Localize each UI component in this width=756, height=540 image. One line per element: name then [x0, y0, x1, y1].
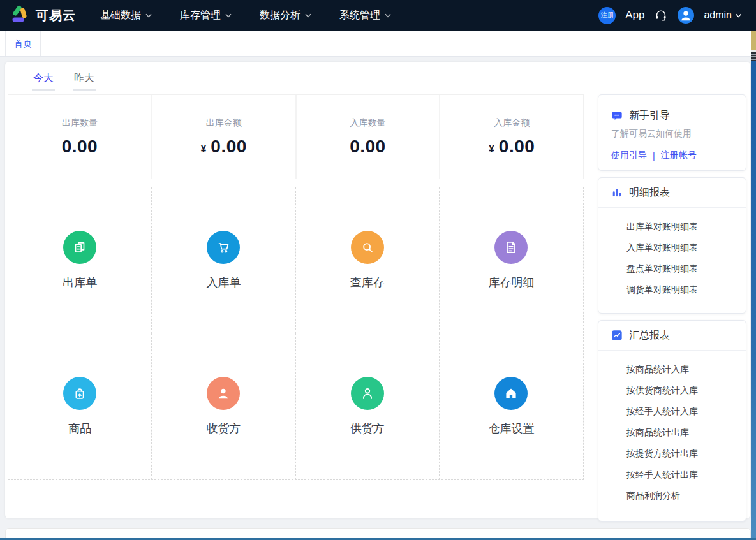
report-link-inbound-by-supplier[interactable]: 按供货商统计入库	[626, 380, 746, 401]
shortcut-label: 供货方	[350, 421, 385, 436]
stat-inbound-amount: 入库金额 ¥ 0.00	[440, 95, 583, 179]
menu-base-data[interactable]: 基础数据	[86, 0, 166, 31]
main-menu: 基础数据 库存管理 数据分析 系统管理	[86, 0, 405, 31]
user-avatar[interactable]	[678, 7, 694, 24]
stat-cards: 出库数量 0.00 出库金额 ¥ 0.00 入库数量 0.00	[8, 94, 584, 179]
report-link-outbound-by-receiver[interactable]: 按提货方统计出库	[626, 443, 746, 464]
inbound-order-cart-icon	[207, 231, 240, 264]
stat-value: 0.00	[350, 136, 386, 157]
menu-data-analysis[interactable]: 数据分析	[246, 0, 325, 31]
shortcut-label: 出库单	[63, 275, 97, 290]
shortcut-suppliers[interactable]: 供货方	[296, 333, 440, 479]
stat-outbound-qty: 出库数量 0.00	[8, 95, 152, 179]
shortcut-products[interactable]: 商品	[8, 333, 152, 479]
top-navbar: 可易云 基础数据 库存管理 数据分析 系统管理	[0, 0, 756, 31]
menu-system-management[interactable]: 系统管理	[325, 0, 405, 31]
tab-home[interactable]: 首页	[5, 31, 41, 56]
currency-symbol: ¥	[200, 143, 206, 155]
shortcut-stock-detail[interactable]: 库存明细	[440, 187, 583, 333]
page-scrollbar[interactable]	[751, 31, 756, 538]
shortcut-warehouse-settings[interactable]: 仓库设置	[440, 333, 583, 479]
register-badge[interactable]: 注册	[598, 7, 616, 24]
report-link-transfer-detail[interactable]: 调货单对账明细表	[626, 279, 746, 300]
shortcut-label: 商品	[68, 421, 91, 436]
report-link-product-profit-analysis[interactable]: 商品利润分析	[626, 485, 746, 506]
warehouse-home-icon	[494, 377, 528, 410]
stat-label: 出库金额	[206, 117, 242, 129]
product-bag-upload-icon	[63, 377, 96, 410]
report-link-outbound-by-product[interactable]: 按商品统计出库	[626, 422, 746, 443]
stat-label: 出库数量	[62, 117, 98, 129]
stock-detail-document-icon	[494, 231, 528, 264]
report-link-inbound-by-product[interactable]: 按商品统计入库	[626, 359, 746, 380]
shortcut-outbound-order[interactable]: 出库单	[8, 187, 152, 333]
report-link-inbound-detail[interactable]: 入库单对账明细表	[626, 237, 746, 258]
scrollbar-grip	[751, 52, 756, 61]
stat-value: 0.00	[499, 136, 535, 157]
scrollbar-thumb[interactable]	[751, 61, 756, 538]
report-link-outbound-detail[interactable]: 出库单对账明细表	[626, 216, 746, 237]
receiver-person-icon	[207, 377, 240, 410]
newbie-guide-panel: 新手引导 了解可易云如何使用 使用引导 | 注册帐号	[598, 94, 746, 171]
shortcut-label: 收货方	[206, 421, 241, 436]
shortcut-label: 入库单	[206, 275, 241, 290]
scrollbar-marker	[751, 31, 756, 50]
supplier-person-icon	[351, 377, 384, 410]
trend-chart-icon	[611, 330, 623, 341]
register-account-link[interactable]: 注册帐号	[661, 150, 697, 161]
menu-label: 数据分析	[260, 9, 300, 22]
menu-label: 库存管理	[180, 9, 221, 22]
navbar-left: 可易云 基础数据 库存管理 数据分析 系统管理	[0, 0, 405, 31]
menu-label: 基础数据	[100, 9, 141, 22]
tab-yesterday[interactable]: 昨天	[73, 71, 96, 91]
shortcut-grid: 出库单 入库单 查	[8, 187, 584, 480]
shortcut-label: 仓库设置	[488, 421, 534, 436]
tab-today[interactable]: 今天	[32, 71, 55, 91]
date-range-tabs: 今天 昨天	[32, 71, 96, 91]
menu-label: 系统管理	[339, 9, 380, 22]
guide-subtitle: 了解可易云如何使用	[611, 128, 733, 140]
shortcut-label: 库存明细	[488, 275, 534, 290]
usage-guide-link[interactable]: 使用引导	[611, 150, 647, 161]
currency-symbol: ¥	[489, 143, 494, 155]
headset-support-icon[interactable]	[654, 8, 668, 22]
navbar-right: 注册 App admin	[598, 7, 742, 24]
chat-bubble-icon	[611, 110, 623, 122]
app-screen: 可易云 基础数据 库存管理 数据分析 系统管理	[0, 0, 756, 540]
report-link-inbound-by-handler[interactable]: 按经手人统计入库	[626, 401, 746, 422]
footer-strip	[5, 528, 751, 538]
summary-reports-title: 汇总报表	[629, 329, 670, 342]
detail-reports-title: 明细报表	[629, 186, 670, 200]
stat-label: 入库数量	[350, 117, 385, 129]
outbound-order-copy-icon	[63, 231, 96, 264]
guide-title: 新手引导	[629, 109, 670, 122]
main-panel: 今天 昨天 出库数量 0.00 出库金额 ¥ 0.00 入库数量	[5, 62, 750, 518]
report-link-stocktake-detail[interactable]: 盘点单对账明细表	[626, 258, 746, 279]
chevron-down-icon	[305, 13, 311, 18]
user-menu[interactable]: admin	[704, 10, 742, 21]
stat-value: 0.00	[62, 136, 98, 157]
page-tabbar: 首页	[0, 31, 756, 57]
menu-stock-management[interactable]: 库存管理	[166, 0, 246, 31]
detail-reports-panel: 明细报表 出库单对账明细表 入库单对账明细表 盘点单对账明细表 调货单对账明细表	[598, 177, 746, 314]
shortcut-check-stock[interactable]: 查库存	[296, 187, 440, 333]
link-divider: |	[653, 150, 655, 161]
stat-value: 0.00	[211, 136, 247, 157]
shortcut-inbound-order[interactable]: 入库单	[152, 187, 295, 333]
brand-name: 可易云	[36, 7, 76, 24]
app-link[interactable]: App	[625, 9, 644, 22]
brand[interactable]: 可易云	[9, 4, 76, 27]
shortcut-receivers[interactable]: 收货方	[152, 333, 295, 479]
stat-inbound-qty: 入库数量 0.00	[297, 95, 441, 179]
chevron-down-icon	[735, 13, 742, 18]
chevron-down-icon	[225, 13, 232, 18]
chevron-down-icon	[385, 13, 391, 18]
stock-search-icon	[351, 231, 384, 264]
username: admin	[704, 10, 732, 21]
summary-reports-panel: 汇总报表 按商品统计入库 按供货商统计入库 按经手人统计入库 按商品统计出库 按…	[598, 320, 746, 522]
chevron-down-icon	[145, 13, 152, 18]
bar-chart-icon	[611, 187, 623, 198]
stat-label: 入库金额	[494, 117, 530, 129]
brand-logo-icon	[9, 4, 31, 27]
report-link-outbound-by-handler[interactable]: 按经手人统计出库	[626, 464, 746, 485]
